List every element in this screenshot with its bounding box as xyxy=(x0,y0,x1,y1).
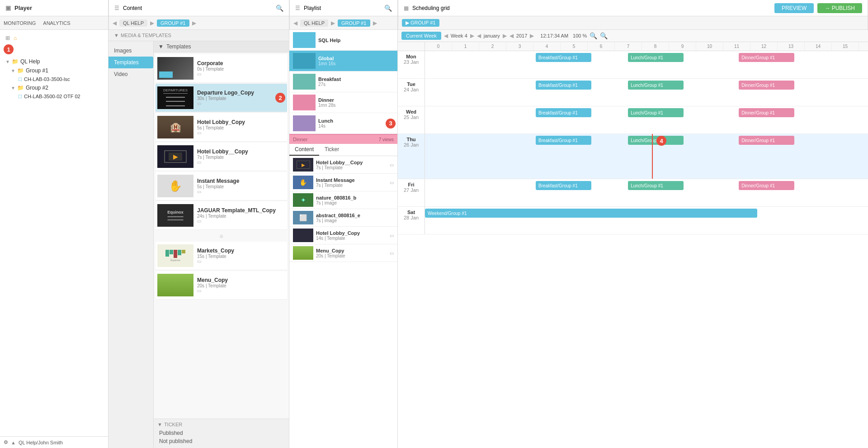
content-search-button[interactable]: 🔍 xyxy=(276,5,283,12)
event-wed-pink[interactable]: Dinner/Group #1 xyxy=(739,108,794,117)
event-mon-pink[interactable]: Dinner/Group #1 xyxy=(739,53,794,62)
tree-ch2[interactable]: ☐ CH-LAB-3500-02 OTF 02 xyxy=(4,92,104,100)
year-next-btn[interactable]: ▶ xyxy=(530,33,534,39)
week-label: Week 4 xyxy=(451,33,467,38)
week-next-btn[interactable]: ▶ xyxy=(470,33,474,39)
dinner-ticker-tab[interactable]: Ticker xyxy=(319,144,344,156)
template-instant-message[interactable]: ✋ Instant Message 5s | Template ▭ xyxy=(156,172,287,200)
playlist-item-breakfast[interactable]: Breakfast 27s xyxy=(289,71,397,92)
week-prev-btn[interactable]: ◀ xyxy=(444,33,448,39)
event-tue-pink[interactable]: Dinner/Group #1 xyxy=(739,81,794,90)
hotel-dark-name: Hotel Lobby__Copy xyxy=(197,148,285,155)
content-nav-end[interactable]: ▶ xyxy=(192,20,196,26)
playlist-item-dinner[interactable]: Dinner 1mn 28s xyxy=(289,92,397,113)
timeline-fri[interactable]: Breakfast/Group #1Lunch/Group #1Dinner/G… xyxy=(425,179,868,206)
event-fri-teal[interactable]: Lunch/Group #1 xyxy=(628,181,684,190)
year-prev-btn[interactable]: ◀ xyxy=(509,33,514,39)
settings-icon[interactable]: ⚙ xyxy=(4,439,8,445)
preview-button[interactable]: PREVIEW xyxy=(774,3,814,13)
event-wed-teal[interactable]: Lunch/Group #1 xyxy=(628,108,684,117)
event-fri-pink[interactable]: Dinner/Group #1 xyxy=(739,181,794,190)
event-thu-pink[interactable]: Dinner/Group #1 xyxy=(739,136,794,145)
playlist-item-lunch[interactable]: Lunch 14s 3 xyxy=(289,113,397,134)
menu-templates[interactable]: Templates xyxy=(108,57,153,68)
corporate-meta: 0s | Template xyxy=(197,67,285,71)
playlist-item-sqlhelp[interactable]: SQL Help xyxy=(289,30,397,51)
menu-images[interactable]: Images xyxy=(108,45,153,57)
playlist-item-global[interactable]: Global 1mn 16s xyxy=(289,51,397,71)
event-wed-cyan[interactable]: Breakfast/Group #1 xyxy=(536,108,591,117)
dinner-nature-thumb: ✦ xyxy=(293,193,313,207)
menu-video[interactable]: Video xyxy=(108,68,153,80)
event-sat-weekend[interactable]: Weekend/Group #1 xyxy=(425,209,757,218)
playlist-top-items: SQL Help Global 1mn 16s Breakfast 27s xyxy=(289,30,397,134)
content-nav-next[interactable]: ▶ xyxy=(150,20,154,26)
current-week-btn[interactable]: Current Week xyxy=(401,32,441,40)
playlist-nav-prev[interactable]: ◀ xyxy=(293,20,297,26)
content-group1-breadcrumb[interactable]: GROUP #1 xyxy=(157,19,189,27)
template-menu-copy[interactable]: Menu_Copy 20s | Template ▭ xyxy=(156,271,287,300)
ch1-file-icon: ☐ xyxy=(18,77,22,82)
playlist-search-button[interactable]: 🔍 xyxy=(384,5,392,12)
zoom-out-btn[interactable]: 🔍 xyxy=(600,32,608,39)
ticker-collapse-icon[interactable]: ▼ xyxy=(157,422,162,427)
media-collapse-icon[interactable]: ▼ xyxy=(114,33,119,38)
template-hotel-lobby-copy[interactable]: 🏨 Hotel Lobby_Copy 5s | Template ▭ xyxy=(156,113,287,142)
playlist-nav-next[interactable]: ▶ xyxy=(331,20,335,26)
dinner-item-hotel-copy[interactable]: Hotel Lobby_Copy 14s | Template ▭ xyxy=(289,227,397,244)
dinner-sublist: ▶ Hotel Lobby__Copy 7s | Template ▭ ✋ xyxy=(289,156,397,262)
instant-meta: 5s | Template xyxy=(197,184,285,189)
template-departure[interactable]: DEPARTURES ▬▬▬▬▬▬ ▬▬▬▬▬▬ ▬▬▬▬▬▬ xyxy=(156,84,287,112)
lunch-thumb xyxy=(293,115,316,131)
dinner-item-nature[interactable]: ✦ nature_080816_b 7s | image xyxy=(289,191,397,209)
dinner-item-abstract[interactable]: ⬜ abstract_080816_e 7s | image xyxy=(289,209,397,227)
event-thu-cyan[interactable]: Breakfast/Group #1 xyxy=(536,136,591,145)
template-corporate[interactable]: Corporate 0s | Template ▭ xyxy=(156,54,287,83)
dinner-item-hotel-dark[interactable]: ▶ Hotel Lobby__Copy 7s | Template ▭ xyxy=(289,156,397,174)
templates-collapse-icon[interactable]: ▼ xyxy=(158,43,164,50)
sched-grid-container[interactable]: 01234567891011121314151617181920212223 M… xyxy=(398,42,868,448)
event-fri-cyan[interactable]: Breakfast/Group #1 xyxy=(536,181,591,190)
timeline-sat[interactable]: Weekend/Group #1 xyxy=(425,207,868,234)
template-hotel-lobby-copy2[interactable]: ▶ Hotel Lobby__Copy 7s | Template ▭ xyxy=(156,143,287,171)
ticker-published[interactable]: Published xyxy=(157,429,285,437)
ticker-not-published[interactable]: Not published xyxy=(157,437,285,445)
dinner-content-tab[interactable]: Content xyxy=(289,144,319,156)
event-thu-teal[interactable]: Lunch/Group #1 xyxy=(628,136,684,145)
template-markets[interactable]: Equinox Markets_Copy 15s | Template ▭ xyxy=(156,242,287,270)
publish-button[interactable]: → PUBLISH xyxy=(817,3,862,13)
dinner-item-instant[interactable]: ✋ Instant Message 7s | Template ▭ xyxy=(289,174,397,191)
media-templates-header: ▼ MEDIA & TEMPLATES xyxy=(108,30,289,41)
template-jaguar[interactable]: Equinox ▬▬▬▬▬ ▬▬▬▬▬ JAGUAR Template_MTL_… xyxy=(156,201,287,230)
circle-2: 2 xyxy=(275,93,285,103)
tree-group2[interactable]: ▼ 📁 Group #2 xyxy=(4,83,104,92)
timeline-tue[interactable]: Breakfast/Group #1Lunch/Group #1Dinner/G… xyxy=(425,79,868,106)
event-mon-teal[interactable]: Lunch/Group #1 xyxy=(628,53,684,62)
dinner-item-menu[interactable]: Menu_Copy 20s | Template ▭ xyxy=(289,244,397,262)
menu-name: Menu_Copy xyxy=(197,277,285,283)
playlist-group1-breadcrumb[interactable]: GROUP #1 xyxy=(338,19,370,27)
content-left-menu: Images Templates Video xyxy=(108,41,154,448)
event-tue-cyan[interactable]: Breakfast/Group #1 xyxy=(536,81,591,90)
content-qlhelp-breadcrumb[interactable]: QL HELP xyxy=(119,19,147,27)
tree-qlhelp[interactable]: ▼ 📁 QL Help xyxy=(4,57,104,66)
zoom-in-btn[interactable]: 🔍 xyxy=(590,32,597,39)
analytics-link[interactable]: ANALYTICS xyxy=(43,20,70,26)
event-mon-cyan[interactable]: Breakfast/Group #1 xyxy=(536,53,591,62)
monitoring-link[interactable]: MONITORING xyxy=(4,20,36,26)
month-next-btn[interactable]: ▶ xyxy=(503,33,507,39)
playlist-qlhelp-breadcrumb[interactable]: QL HELP xyxy=(300,19,328,27)
tree-group1[interactable]: ▼ 📁 Group #1 xyxy=(4,66,104,75)
month-prev-btn[interactable]: ◀ xyxy=(477,33,481,39)
timeline-thu[interactable]: Breakfast/Group #1Lunch/Group #1Dinner/G… xyxy=(425,134,868,179)
timeline-wed[interactable]: Breakfast/Group #1Lunch/Group #1Dinner/G… xyxy=(425,106,868,133)
sched-group1-breadcrumb[interactable]: ▶ GROUP #1 xyxy=(402,19,439,27)
sched-time: 12:17:34 AM xyxy=(540,33,568,38)
content-nav-prev[interactable]: ◀ xyxy=(113,20,117,26)
hour-cell-6: 6 xyxy=(588,42,615,51)
playlist-nav-end[interactable]: ▶ xyxy=(373,20,377,26)
tree-ch1[interactable]: ☐ CH-LAB-03-3500-lsc xyxy=(4,75,104,83)
hour-cell-0: 0 xyxy=(425,42,452,51)
timeline-mon[interactable]: Breakfast/Group #1Lunch/Group #1Dinner/G… xyxy=(425,51,868,78)
event-tue-teal[interactable]: Lunch/Group #1 xyxy=(628,81,684,90)
